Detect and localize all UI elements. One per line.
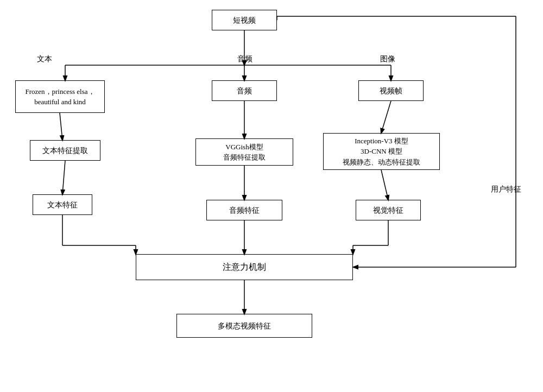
- short-video-box: 短视频: [212, 10, 277, 30]
- text-feature-box: 文本特征: [33, 194, 92, 215]
- svg-line-9: [381, 101, 391, 133]
- svg-line-10: [381, 170, 388, 200]
- inception-box: Inception-V3 模型3D-CNN 模型视频静态、动态特征提取: [323, 133, 440, 170]
- image-label: 图像: [380, 54, 395, 64]
- audio-label: 音频: [237, 54, 252, 64]
- text-feature-extract-box: 文本特征提取: [30, 140, 100, 161]
- audio-feature-box: 音频特征: [206, 200, 282, 220]
- vggish-box: VGGish模型音频特征提取: [195, 138, 293, 166]
- visual-feature-box: 视觉特征: [356, 200, 421, 220]
- diagram-container: 短视频 Frozen，princess elsa，beautiful and k…: [0, 0, 543, 392]
- text-label: 文本: [37, 54, 52, 64]
- multimodal-box: 多模态视频特征: [176, 314, 312, 338]
- svg-line-4: [60, 113, 62, 140]
- text-input-box: Frozen，princess elsa，beautiful and kind: [15, 80, 105, 113]
- attention-box: 注意力机制: [136, 254, 353, 280]
- video-frame-box: 视频帧: [358, 80, 424, 101]
- audio-box: 音频: [212, 80, 277, 101]
- user-feature-label: 用户特征: [491, 185, 521, 194]
- svg-line-5: [62, 161, 65, 194]
